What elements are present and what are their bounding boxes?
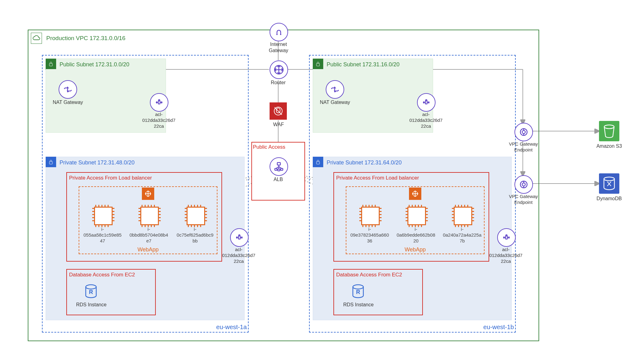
nacl-b-priv-label: acl- 012dda33c26d7 22ca <box>487 247 525 264</box>
az-a-name: eu-west-1a <box>207 323 247 331</box>
sg-db-access-b-label: Database Access From EC2 <box>336 271 419 278</box>
rds-icon: R <box>350 284 366 299</box>
autoscaling-icon <box>142 188 154 200</box>
igw-label: Internet Gateway <box>262 41 295 54</box>
svg-point-36 <box>604 177 614 181</box>
asg-b-label: WebApp <box>400 246 431 253</box>
public-subnet-a-label: Public Subnet 172.31.0.0/20 <box>60 61 152 68</box>
svg-rect-16 <box>275 168 277 170</box>
svg-rect-28 <box>506 236 507 239</box>
svg-point-23 <box>86 285 96 289</box>
nacl-a-priv-label: acl- 012dda33c26d7 22ca <box>220 247 258 264</box>
s3-label: Amazon S3 <box>592 143 626 149</box>
svg-rect-15 <box>277 163 280 165</box>
rds-icon: R <box>83 284 99 299</box>
ec2-b-2-id: i- 0a6b9edde662b08 20 <box>392 226 440 244</box>
lock-icon <box>313 59 323 69</box>
svg-rect-27 <box>316 162 320 164</box>
public-subnet-b-label: Public Subnet 172.31.16.0/20 <box>327 61 419 68</box>
network-acl-icon <box>497 228 516 247</box>
svg-rect-25 <box>316 64 320 66</box>
svg-rect-21 <box>49 162 52 164</box>
asg-a-label: WebApp <box>133 246 163 253</box>
svg-point-35 <box>604 125 614 129</box>
endpoint-2-label: VPC Gateway Endpoint <box>503 194 543 205</box>
svg-rect-26 <box>425 101 427 104</box>
lock-icon <box>46 59 56 69</box>
diagram-canvas: Production VPC 172.31.0.0/16 Internet Ga… <box>0 0 636 364</box>
load-balancer-icon <box>270 157 288 176</box>
svg-point-29 <box>353 285 363 289</box>
svg-text:R: R <box>89 289 93 295</box>
horseshoe-icon <box>270 23 288 41</box>
shield-bug-icon <box>270 102 287 120</box>
ec2-instance <box>187 207 205 225</box>
ec2-instance <box>361 207 380 225</box>
vpc-label: Production VPC 172.31.0.0/16 <box>46 35 126 42</box>
network-acl-icon <box>417 93 436 112</box>
ec2-instance <box>407 207 426 225</box>
ec2-instance <box>94 207 113 225</box>
az-b-name: eu-west-1b <box>474 323 514 331</box>
svg-point-32 <box>522 130 525 134</box>
svg-rect-17 <box>278 169 280 171</box>
waf-label: WAF <box>268 122 289 128</box>
ec2-b-3-id: i- 0a240a72a4a225a 7b <box>438 226 486 244</box>
ec2-instance <box>140 207 159 225</box>
svg-rect-22 <box>238 236 240 239</box>
network-acl-icon <box>230 228 249 247</box>
s3-bucket-icon <box>599 121 619 141</box>
dynamodb-icon <box>599 173 619 194</box>
vpc-endpoint-icon <box>514 175 533 194</box>
private-subnet-b-label: Private Subnet 172.31.64.0/20 <box>327 159 438 166</box>
lock-icon <box>313 157 323 167</box>
nacl-a-pub-label: acl- 012dda33c26d7 22ca <box>140 112 178 129</box>
nat-b-label: NAT Gateway <box>316 99 353 105</box>
cloud-icon <box>31 33 42 44</box>
svg-point-34 <box>522 183 525 186</box>
svg-rect-18 <box>281 168 283 170</box>
ec2-instance <box>454 207 472 225</box>
rds-a-label: RDS Instance <box>73 302 110 308</box>
svg-rect-20 <box>158 101 160 104</box>
svg-text:R: R <box>356 289 360 295</box>
router-cross-arrows-icon <box>270 60 288 79</box>
lock-icon <box>46 157 56 167</box>
ec2-b-1-id: i- 09e37823465a660 36 <box>346 226 394 244</box>
sg-db-access-a-label: Database Access From EC2 <box>69 271 152 278</box>
ddb-label: DynamoDB <box>592 196 626 202</box>
ec2-a-2-id: i- 0bbd8b5704e08b4 e7 <box>125 226 173 244</box>
autoscaling-icon <box>409 188 421 200</box>
rds-b-label: RDS Instance <box>340 302 377 308</box>
nat-gateway-icon <box>326 80 344 99</box>
nat-gateway-icon <box>59 80 77 99</box>
private-subnet-a-label: Private Subnet 172.31.48.0/20 <box>60 159 171 166</box>
sg-lb-access-b-label: Private Access From Load balancer <box>336 175 460 181</box>
vpc-endpoint-icon <box>514 123 533 141</box>
sg-lb-access-a-label: Private Access From Load balancer <box>69 175 192 181</box>
router-label: Router <box>266 80 291 86</box>
ec2-a-3-id: i- 0c75ef625ad6bc9 bb <box>171 226 219 244</box>
svg-rect-19 <box>49 64 52 66</box>
ec2-a-1-id: i- 055aa58c1c59e85 47 <box>79 226 126 244</box>
nat-a-label: NAT Gateway <box>49 99 86 105</box>
sg-public-access-label: Public Access <box>253 144 302 150</box>
network-acl-icon <box>150 93 168 112</box>
nacl-b-pub-label: acl- 012dda33c26d7 22ca <box>407 112 445 129</box>
endpoint-1-label: VPC Gateway Endpoint <box>503 141 543 153</box>
alb-label: ALB <box>270 176 287 183</box>
